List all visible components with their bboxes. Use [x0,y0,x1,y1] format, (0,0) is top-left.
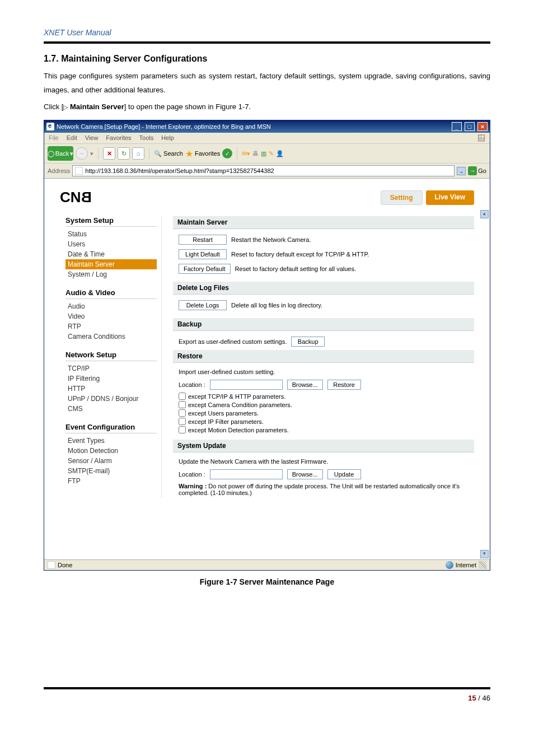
menu-tools[interactable]: Tools [139,134,154,142]
restore-location-input[interactable] [210,380,283,390]
menu-view[interactable]: View [85,134,99,142]
window-controls: _ □ × [451,122,488,131]
section-heading: 1.7. Maintaining Server Configurations [44,54,490,64]
back-button[interactable]: ◯ Back ▾ [48,146,73,161]
globe-icon [446,561,453,569]
restore-browse-button[interactable]: Browse... [287,380,323,390]
page-current: 15 [468,694,476,702]
import-desc: Import user-defined custom setting. [179,368,275,375]
sidebar-item-audio[interactable]: Audio [65,301,157,311]
sidebar-item-camera-cond[interactable]: Camera Conditions [65,332,157,342]
update-desc: Update the Network Camera with the laste… [179,458,328,465]
done-icon [48,561,55,569]
address-url: http://193.168.0.36/html/operator/Setup.… [85,167,274,174]
mail-button[interactable]: ✉▾ [242,147,250,160]
sidebar-item-maintain[interactable]: Maintain Server [65,259,157,269]
address-bar: Address http://193.168.0.36/html/operato… [44,164,490,179]
section-backup-head: Backup [173,318,474,331]
sidebar-item-sensor[interactable]: Sensor / Alarm [65,456,157,466]
sidebar-item-ftp[interactable]: FTP [65,476,157,486]
restart-button[interactable]: Restart [179,235,227,245]
chk-except-camera[interactable]: except Camera Condition parameters. [173,400,474,409]
page-content: ▴ ▾ CNB Setting Live View System Setup S… [44,179,490,559]
sidebar-item-smtp[interactable]: SMTP(E-mail) [65,466,157,476]
window-title: Network Camera [Setup Page] - Internet E… [57,123,271,130]
chk-except-tcpip[interactable]: except TCP/IP & HTTP parameters. [173,392,474,400]
chk-except-ipfilter[interactable]: except IP Filter parameters. [173,417,474,426]
forward-button[interactable]: → [76,147,88,160]
home-button[interactable]: ⌂ [132,147,144,160]
sidebar-item-datetime[interactable]: Date & Time [65,249,157,259]
chk-except-users[interactable]: except Users parameters. [173,409,474,417]
menu-bar: File Edit View Favorites Tools Help 🪟 [44,133,490,144]
toolbar: ◯ Back ▾ → ▾ ✕ ↻ ⌂ 🔍 Search ★ Favorites … [44,144,490,164]
light-default-button[interactable]: Light Default [179,249,227,259]
update-button[interactable]: Update [327,469,361,479]
sidebar-head-network: Network Setup [65,351,157,361]
sidebar-item-motion[interactable]: Motion Detection [65,446,157,456]
sidebar-item-upnp[interactable]: UPnP / DDNS / Bonjour [65,394,157,404]
resize-grip[interactable] [479,561,486,569]
media-button[interactable]: ✓ [222,148,232,158]
factory-default-desc: Reset to factory default setting for all… [235,265,356,272]
sidebar-item-video[interactable]: Video [65,311,157,321]
click-suffix: ] to open the page shown in Figure 1-7. [124,102,251,111]
page-total: 46 [483,694,490,702]
sidebar-item-http[interactable]: HTTP [65,384,157,394]
factory-default-button[interactable]: Factory Default [179,264,231,274]
delete-logs-button[interactable]: Delete Logs [179,300,227,310]
go-button[interactable]: →Go [468,166,486,175]
main-panel: Maintain Server Restart Restart the Netw… [173,216,474,498]
warning-label: Warning : [179,483,207,489]
sidebar-head-event: Event Configuration [65,423,157,433]
edit-button[interactable]: ▥ [261,147,266,160]
restart-desc: Restart the Network Camera. [231,236,311,243]
titlebar: Network Camera [Setup Page] - Internet E… [44,120,490,133]
footer-rule [44,687,490,689]
menu-help[interactable]: Help [161,134,174,142]
backup-button[interactable]: Backup [291,337,325,347]
sidebar-item-status[interactable]: Status [65,229,157,239]
stop-button[interactable]: ✕ [103,147,115,160]
address-dropdown[interactable]: ⌄ [457,167,466,175]
click-item: Maintain Server [70,102,124,111]
search-button[interactable]: 🔍 Search [154,147,183,160]
export-desc: Export as user-defined custom settings. [179,338,287,345]
sidebar-item-cms[interactable]: CMS [65,404,157,414]
sidebar-item-users[interactable]: Users [65,239,157,249]
messenger-button[interactable]: 👤 [276,147,284,160]
minimize-button[interactable]: _ [452,122,462,131]
section-deletelogs-head: Delete Log Files [173,282,474,295]
tab-setting[interactable]: Setting [381,190,423,205]
sidebar-item-syslog[interactable]: System / Log [65,269,157,279]
sidebar-head-av: Audio & Video [65,288,157,299]
sidebar: System Setup Status Users Date & Time Ma… [60,216,162,498]
discuss-button[interactable]: ✎ [269,147,274,160]
favorites-button[interactable]: ★ Favorites [185,147,220,160]
intro-para: This page configures system parameters s… [44,69,490,97]
menu-file[interactable]: File [49,134,59,142]
menu-favorites[interactable]: Favorites [106,134,131,142]
sidebar-head-system: System Setup [65,216,157,227]
update-browse-button[interactable]: Browse... [287,469,323,479]
restore-button[interactable]: Restore [327,380,361,390]
maximize-button[interactable]: □ [465,122,475,131]
sidebar-item-rtp[interactable]: RTP [65,321,157,332]
chk-except-motion[interactable]: except Motion Detection parameters. [173,426,474,434]
scroll-up-button[interactable]: ▴ [480,210,489,218]
sidebar-item-event-types[interactable]: Event Types [65,436,157,446]
status-done: Done [58,562,72,568]
doc-header: XNET User Manual [44,28,490,37]
header-rule [44,41,490,44]
light-default-desc: Reset to factory default except for TCP/… [231,251,369,258]
close-button[interactable]: × [477,122,488,131]
menu-edit[interactable]: Edit [67,134,77,142]
sidebar-item-ipfilter[interactable]: IP Filtering [65,374,157,384]
update-location-input[interactable] [210,469,283,479]
tab-live-view[interactable]: Live View [426,190,474,205]
sidebar-item-tcpip[interactable]: TCP/IP [65,363,157,374]
refresh-button[interactable]: ↻ [118,147,130,160]
print-button[interactable]: 🖶 [252,147,259,160]
address-input[interactable]: http://193.168.0.36/html/operator/Setup.… [72,165,455,176]
scroll-down-button[interactable]: ▾ [480,550,489,558]
